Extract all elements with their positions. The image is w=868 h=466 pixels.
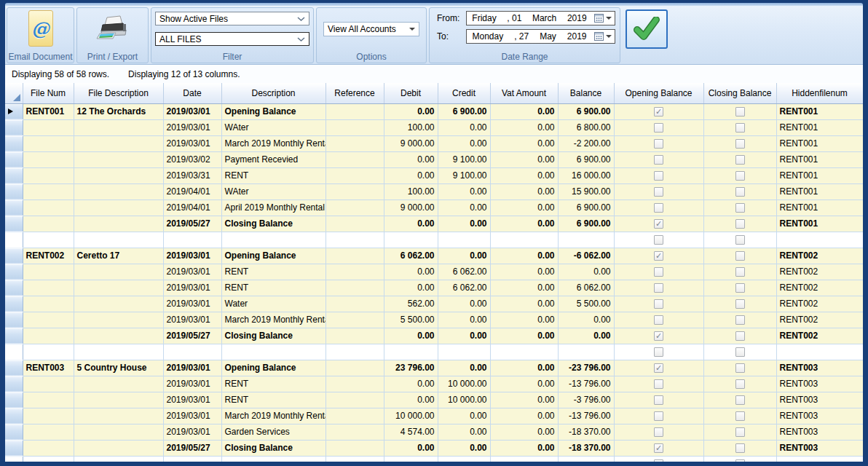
opening-balance-checkbox[interactable] [654, 427, 663, 437]
opening-balance-checkbox[interactable] [654, 459, 663, 462]
column-header-file-description[interactable]: File Description [74, 83, 163, 103]
cell-balance [558, 232, 614, 248]
cell-file-description [74, 200, 163, 216]
opening-balance-checkbox[interactable] [654, 139, 663, 149]
opening-balance-checkbox[interactable] [654, 411, 663, 421]
cell-credit: 0.00 [438, 183, 490, 200]
row-selector[interactable] [5, 408, 23, 424]
opening-balance-checkbox[interactable] [654, 235, 663, 245]
cell-date: 2019/03/01 [163, 408, 221, 424]
cell-date: 2019/03/02 [163, 151, 221, 167]
grid-corner-select-all[interactable] [5, 83, 23, 103]
closing-balance-checkbox[interactable] [735, 331, 745, 341]
cell-closing-balance [703, 424, 776, 440]
row-selector[interactable] [5, 456, 23, 462]
column-header-date[interactable]: Date [163, 83, 221, 103]
row-selector[interactable] [5, 232, 23, 248]
column-header-file-num[interactable]: File Num [23, 83, 74, 103]
opening-balance-checkbox[interactable] [654, 187, 663, 197]
opening-balance-checkbox[interactable] [654, 155, 663, 165]
column-header-hiddenfilenum[interactable]: Hiddenfilenum [776, 83, 863, 103]
opening-balance-checkbox[interactable]: ✓ [654, 219, 663, 229]
column-header-description[interactable]: Description [221, 83, 326, 103]
all-files-dropdown[interactable]: ALL FILES [155, 32, 309, 46]
closing-balance-checkbox[interactable] [735, 123, 745, 133]
from-date-picker[interactable]: Friday , 01 March 2019 [466, 11, 615, 25]
closing-balance-checkbox[interactable] [735, 283, 745, 293]
show-active-files-dropdown[interactable]: Show Active Files [155, 12, 309, 25]
row-selector[interactable] [5, 296, 23, 312]
closing-balance-checkbox[interactable] [735, 171, 745, 181]
closing-balance-checkbox[interactable] [735, 235, 745, 245]
opening-balance-checkbox[interactable]: ✓ [654, 331, 663, 341]
opening-balance-checkbox[interactable] [654, 315, 663, 325]
email-document-button[interactable]: @ [28, 10, 53, 47]
opening-balance-checkbox[interactable] [654, 203, 663, 213]
row-selector[interactable] [5, 119, 23, 135]
row-selector[interactable] [5, 440, 23, 456]
column-header-debit[interactable]: Debit [384, 83, 438, 103]
row-selector[interactable] [5, 103, 23, 119]
apply-filter-button[interactable] [626, 9, 668, 49]
row-selector[interactable] [5, 376, 23, 392]
closing-balance-checkbox[interactable] [735, 107, 745, 116]
print-export-button[interactable] [92, 12, 134, 47]
opening-balance-checkbox[interactable]: ✓ [654, 107, 663, 116]
opening-balance-checkbox[interactable]: ✓ [654, 363, 663, 373]
row-selector[interactable] [5, 200, 23, 216]
row-selector[interactable] [5, 328, 23, 344]
closing-balance-checkbox[interactable] [735, 443, 745, 453]
cell-closing-balance [703, 264, 776, 280]
closing-balance-checkbox[interactable] [735, 267, 745, 277]
row-selector[interactable] [5, 216, 23, 232]
column-header-credit[interactable]: Credit [438, 83, 490, 103]
column-header-closing-balance[interactable]: Closing Balance [703, 83, 776, 103]
opening-balance-checkbox[interactable] [654, 299, 663, 309]
row-selector[interactable] [5, 248, 23, 264]
row-selector[interactable] [5, 312, 23, 328]
column-header-balance[interactable]: Balance [558, 83, 614, 103]
opening-balance-checkbox[interactable]: ✓ [654, 251, 663, 261]
row-selector[interactable] [5, 280, 23, 296]
row-selector[interactable] [5, 360, 23, 376]
closing-balance-checkbox[interactable] [735, 363, 745, 373]
closing-balance-checkbox[interactable] [735, 379, 745, 389]
row-selector[interactable] [5, 151, 23, 167]
opening-balance-checkbox[interactable] [654, 379, 663, 389]
closing-balance-checkbox[interactable] [735, 203, 745, 213]
closing-balance-checkbox[interactable] [735, 395, 745, 405]
row-selector[interactable] [5, 392, 23, 408]
opening-balance-checkbox[interactable] [654, 123, 663, 133]
column-header-vat-amount[interactable]: Vat Amount [490, 83, 558, 103]
closing-balance-checkbox[interactable] [735, 299, 745, 309]
closing-balance-checkbox[interactable] [735, 427, 745, 437]
row-selector[interactable] [5, 183, 23, 200]
row-selector[interactable] [5, 344, 23, 360]
closing-balance-checkbox[interactable] [735, 187, 745, 197]
closing-balance-checkbox[interactable] [735, 315, 745, 325]
opening-balance-checkbox[interactable] [654, 283, 663, 293]
from-calendar-button[interactable] [592, 14, 612, 23]
to-calendar-button[interactable] [592, 32, 612, 41]
row-selector[interactable] [5, 135, 23, 151]
opening-balance-checkbox[interactable] [654, 267, 663, 277]
row-selector[interactable] [5, 167, 23, 183]
closing-balance-checkbox[interactable] [735, 459, 745, 462]
opening-balance-checkbox[interactable] [654, 347, 663, 357]
closing-balance-checkbox[interactable] [735, 139, 745, 149]
view-all-accounts-dropdown[interactable]: View All Accounts [323, 22, 419, 36]
closing-balance-checkbox[interactable] [735, 155, 745, 165]
opening-balance-checkbox[interactable]: ✓ [654, 443, 663, 453]
row-selector[interactable] [5, 424, 23, 440]
to-date-picker[interactable]: Monday , 27 May 2019 [466, 29, 615, 44]
row-selector[interactable] [5, 264, 23, 280]
column-header-opening-balance[interactable]: Opening Balance [614, 83, 703, 103]
closing-balance-checkbox[interactable] [735, 219, 745, 229]
column-header-reference[interactable]: Reference [326, 83, 384, 103]
closing-balance-checkbox[interactable] [735, 251, 745, 261]
closing-balance-checkbox[interactable] [735, 411, 745, 421]
closing-balance-checkbox[interactable] [735, 347, 745, 357]
cell-date: 2019/05/27 [163, 328, 221, 344]
opening-balance-checkbox[interactable] [654, 171, 663, 181]
opening-balance-checkbox[interactable] [654, 395, 663, 405]
